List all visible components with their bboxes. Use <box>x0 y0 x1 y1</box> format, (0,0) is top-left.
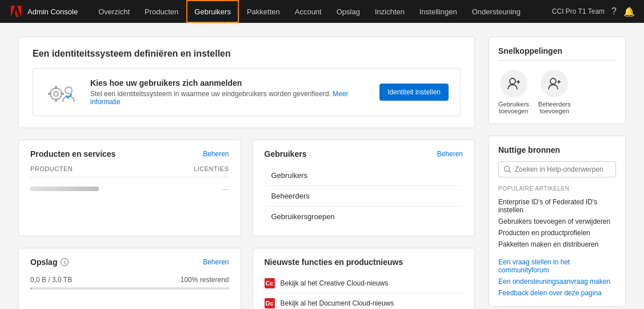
snel-gebruikers-label: Gebruikerstoevoegen <box>498 101 529 114</box>
nuttige-bronnen-link[interactable]: Een ondersteuningsaanvraag maken <box>498 278 616 286</box>
nav-item-opslag[interactable]: Opslag <box>330 0 367 23</box>
nuttige-bronnen-title: Nuttige bronnen <box>498 145 616 154</box>
nieuws-icon: Cc <box>265 278 275 288</box>
gebruikers-panel: Gebruikers Beheren GebruikersBeheerdersG… <box>253 140 475 236</box>
nieuws-list: CcBekijk al het Creative Cloud-nieuwsDcB… <box>265 274 463 309</box>
svg-point-6 <box>65 87 72 94</box>
product-color-bar <box>30 187 99 191</box>
nuttige-links: Een vraag stellen in het communityforumE… <box>498 258 616 297</box>
identity-icon-area <box>45 78 79 106</box>
add-user-icon <box>506 76 522 92</box>
nav-item-ondersteuning[interactable]: Ondersteuning <box>465 0 527 23</box>
main-content: Een identiteitssysteem definiëren en ins… <box>0 23 644 309</box>
team-name: CCI Pro T1 Team <box>552 7 605 15</box>
gebruikers-list-item[interactable]: Gebruikersgroepen <box>265 207 463 227</box>
logo-area[interactable]: Admin Console <box>9 5 78 18</box>
nav-item-producten[interactable]: Producten <box>138 0 185 23</box>
nav-right: CCI Pro T1 Team ? 🔔 <box>552 6 635 17</box>
search-icon <box>503 165 511 173</box>
gebruikers-manage-link[interactable]: Beheren <box>437 150 463 158</box>
popular-label: POPULAIRE ARTIKELEN <box>498 185 616 192</box>
nuttige-bronnen-link[interactable]: Feedback delen over deze pagina <box>498 289 616 297</box>
gebruikers-panel-header: Gebruikers Beheren <box>265 149 463 159</box>
col-products: PRODUCTEN <box>30 165 73 172</box>
snel-gebruikers-item[interactable]: Gebruikerstoevoegen <box>498 70 529 114</box>
identity-section-title: Een identiteitssysteem definiëren en ins… <box>33 49 461 59</box>
svg-point-10 <box>550 78 556 84</box>
gebruikers-list: GebruikersBeheerdersGebruikersgroepen <box>265 165 463 227</box>
nav-item-overzicht[interactable]: Overzicht <box>91 0 137 23</box>
two-col-area: Producten en services Beheren PRODUCTEN … <box>18 140 475 236</box>
storage-panel: Opslag i Beheren 0,0 B / 3,0 TB 100% res… <box>18 248 241 309</box>
svg-rect-3 <box>55 98 57 102</box>
identity-card: Kies hoe uw gebruikers zich aanmelden St… <box>33 68 461 116</box>
bottom-section: Opslag i Beheren 0,0 B / 3,0 TB 100% res… <box>18 248 475 309</box>
snel-beheerders-label: Beheerderstoevoegen <box>538 101 571 114</box>
nieuws-icon: Dc <box>265 298 275 308</box>
svg-rect-4 <box>61 93 64 95</box>
storage-usage: 0,0 B / 3,0 TB <box>30 276 72 284</box>
storage-panel-title: Opslag <box>30 258 57 267</box>
identity-card-title: Kies hoe uw gebruikers zich aanmelden <box>90 78 368 88</box>
popular-article-link[interactable]: Enterprise ID's of Federated ID's instel… <box>498 196 616 216</box>
nav-item-instellingen[interactable]: Instellingen <box>413 0 464 23</box>
snel-gebruikers-icon <box>500 70 527 97</box>
top-nav: Admin Console OverzichtProductenGebruike… <box>0 0 644 23</box>
help-search-box[interactable] <box>498 161 616 177</box>
gebruikers-list-item[interactable]: Beheerders <box>265 186 463 207</box>
popular-article-link[interactable]: Producten en productprofielen <box>498 227 616 239</box>
left-column: Een identiteitssysteem definiëren en ins… <box>18 37 475 309</box>
nuttige-bronnen-link[interactable]: Een vraag stellen in het communityforum <box>498 258 616 274</box>
product-licenses: — <box>223 185 229 192</box>
products-panel: Producten en services Beheren PRODUCTEN … <box>18 140 241 236</box>
svg-point-0 <box>50 88 62 100</box>
storage-remaining: 100% resterend <box>181 276 229 284</box>
storage-bar-container <box>30 287 229 290</box>
storage-info-icon[interactable]: i <box>61 258 69 266</box>
svg-point-13 <box>505 167 510 172</box>
popular-article-link[interactable]: Pakketten maken en distribueren <box>498 239 616 250</box>
snel-items: Gebruikerstoevoegen Beheerderstoevoegen <box>498 70 616 114</box>
storage-bar-fill <box>30 287 32 290</box>
svg-point-7 <box>510 78 515 84</box>
identity-card-desc: Stel een identiteitssysteem in waarmee u… <box>90 90 368 106</box>
nieuws-item-text: Bekijk al het Creative Cloud-nieuws <box>281 279 389 287</box>
app-title: Admin Console <box>27 7 78 16</box>
product-row: — <box>30 182 229 196</box>
identity-install-button[interactable]: Identiteit instellen <box>379 84 449 101</box>
storage-bar-row: 0,0 B / 3,0 TB 100% resterend <box>30 276 229 284</box>
svg-rect-5 <box>48 93 51 95</box>
nav-item-inzichten[interactable]: Inzichten <box>368 0 411 23</box>
nieuws-panel: Nieuwste functies en productnieuws CcBek… <box>253 248 475 309</box>
svg-rect-2 <box>55 86 57 89</box>
popular-items: Enterprise ID's of Federated ID's instel… <box>498 196 616 250</box>
add-admin-icon <box>546 76 562 92</box>
snelkoppelingen-panel: Snelkoppelingen Gebruikerstoevoegen <box>489 37 626 124</box>
nieuws-item-text: Bekijk al het Document Cloud-nieuws <box>281 299 394 307</box>
products-manage-link[interactable]: Beheren <box>203 150 229 158</box>
nuttige-bronnen-panel: Nuttige bronnen POPULAIRE ARTIKELEN Ente… <box>489 136 626 307</box>
right-column: Snelkoppelingen Gebruikerstoevoegen <box>489 37 626 309</box>
help-icon[interactable]: ? <box>611 6 617 17</box>
storage-header: Opslag i Beheren <box>30 258 229 267</box>
adobe-logo-icon <box>9 5 23 18</box>
products-table-header: PRODUCTEN LICENTIES <box>30 165 229 177</box>
svg-line-14 <box>509 171 511 173</box>
identity-illustration <box>45 78 79 106</box>
help-search-input[interactable] <box>515 165 611 173</box>
nav-item-account[interactable]: Account <box>288 0 329 23</box>
nav-items: OverzichtProductenGebruikersPakkettenAcc… <box>91 0 552 23</box>
nav-item-gebruikers[interactable]: Gebruikers <box>186 0 239 23</box>
notification-icon[interactable]: 🔔 <box>623 6 635 17</box>
products-table: PRODUCTEN LICENTIES — <box>30 165 229 196</box>
nieuws-list-item[interactable]: CcBekijk al het Creative Cloud-nieuws <box>265 274 463 294</box>
storage-manage-link[interactable]: Beheren <box>203 258 229 266</box>
snel-beheerders-item[interactable]: Beheerderstoevoegen <box>538 70 571 114</box>
popular-article-link[interactable]: Gebruikers toevoegen of verwijderen <box>498 216 616 227</box>
gebruikers-list-item[interactable]: Gebruikers <box>265 165 463 186</box>
nieuws-list-item[interactable]: DcBekijk al het Document Cloud-nieuws <box>265 294 463 309</box>
nav-item-pakketten[interactable]: Pakketten <box>240 0 287 23</box>
svg-point-1 <box>54 92 58 96</box>
gebruikers-panel-title: Gebruikers <box>265 149 307 159</box>
snel-beheerders-icon <box>541 70 568 97</box>
